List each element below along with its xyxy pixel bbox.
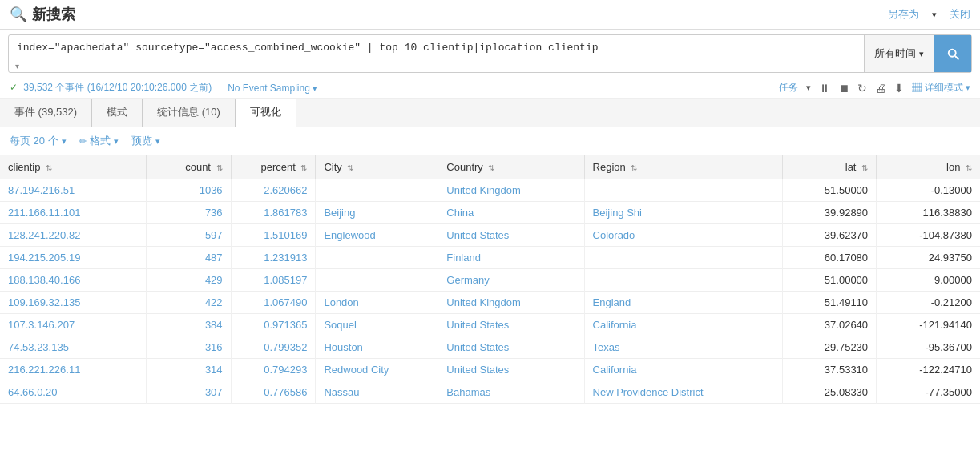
cell-lon: -121.94140: [877, 314, 980, 336]
time-picker[interactable]: 所有时间 ▾: [864, 35, 934, 72]
cell-count: 487: [146, 247, 231, 269]
cell-lat: 25.08330: [782, 381, 877, 404]
sort-icon: ⇅: [347, 163, 353, 172]
cell-clientip[interactable]: 188.138.40.166: [0, 269, 146, 292]
cell-country[interactable]: United States: [438, 224, 584, 247]
tab-events[interactable]: 事件 (39,532): [0, 99, 92, 127]
col-header-lat[interactable]: lat ⇅: [782, 155, 877, 179]
cell-clientip[interactable]: 194.215.205.19: [0, 247, 146, 269]
pause-icon[interactable]: ⏸: [819, 82, 830, 95]
cell-region: [584, 179, 782, 202]
cell-city[interactable]: Beijing: [316, 202, 438, 224]
cell-lon: -104.87380: [877, 224, 980, 247]
table-row: 87.194.216.51 1036 2.620662 United Kingd…: [0, 179, 980, 202]
cell-lon: -77.35000: [877, 381, 980, 404]
cell-clientip[interactable]: 109.169.32.135: [0, 292, 146, 314]
cell-city[interactable]: Nassau: [316, 381, 438, 404]
cell-country[interactable]: United States: [438, 336, 584, 359]
download-icon[interactable]: ⬇: [894, 82, 904, 95]
col-header-country[interactable]: Country ⇅: [438, 155, 584, 179]
cell-region[interactable]: Colorado: [584, 224, 782, 247]
cell-region[interactable]: California: [584, 359, 782, 381]
cell-country[interactable]: Bahamas: [438, 381, 584, 404]
col-header-clientip[interactable]: clientip ⇅: [0, 155, 146, 179]
cell-city[interactable]: Englewood: [316, 224, 438, 247]
cell-region[interactable]: England: [584, 292, 782, 314]
tab-visualization[interactable]: 可视化: [236, 99, 296, 127]
page-title-text: 新搜索: [32, 5, 75, 24]
cell-city[interactable]: Houston: [316, 336, 438, 359]
sort-icon: ⇅: [966, 163, 972, 172]
col-header-lon[interactable]: lon ⇅: [877, 155, 980, 179]
sort-icon: ⇅: [861, 163, 868, 172]
preview-selector[interactable]: 预览 ▾: [131, 134, 160, 148]
cell-country[interactable]: United States: [438, 314, 584, 336]
search-button-icon: [946, 46, 960, 61]
event-summary: ✓ 39,532 个事件 (16/12/10 20:10:26.000 之前) …: [0, 78, 980, 99]
table-row: 188.138.40.166 429 1.085197 Germany 51.0…: [0, 269, 980, 292]
per-page-chevron-icon: ▾: [62, 136, 67, 147]
cell-lat: 51.50000: [782, 179, 877, 202]
cell-region[interactable]: Texas: [584, 336, 782, 359]
cell-percent: 2.620662: [231, 179, 316, 202]
print-icon[interactable]: 🖨: [875, 82, 886, 95]
expand-icon[interactable]: ▾: [9, 60, 26, 72]
cell-country[interactable]: United Kingdom: [438, 292, 584, 314]
sampling-text: No Event Sampling: [228, 83, 310, 94]
cell-country[interactable]: United Kingdom: [438, 179, 584, 202]
per-page-selector[interactable]: 每页 20 个 ▾: [10, 134, 67, 148]
cell-count: 422: [146, 292, 231, 314]
sort-icon: ⇅: [631, 163, 637, 172]
col-header-count[interactable]: count ⇅: [146, 155, 231, 179]
no-sampling[interactable]: No Event Sampling ▾: [228, 83, 317, 94]
col-header-region[interactable]: Region ⇅: [584, 155, 782, 179]
col-header-city[interactable]: City ⇅: [316, 155, 438, 179]
cell-city[interactable]: Redwood City: [316, 359, 438, 381]
sampling-chevron-icon: ▾: [313, 83, 317, 93]
refresh-icon[interactable]: ↻: [857, 82, 867, 95]
preview-chevron-icon: ▾: [155, 136, 160, 147]
check-icon: ✓: [10, 82, 18, 93]
cell-region[interactable]: California: [584, 314, 782, 336]
cell-clientip[interactable]: 107.3.146.207: [0, 314, 146, 336]
cell-country[interactable]: China: [438, 202, 584, 224]
cell-count: 314: [146, 359, 231, 381]
cell-lon: -122.24710: [877, 359, 980, 381]
cell-clientip[interactable]: 211.166.11.101: [0, 202, 146, 224]
cell-clientip[interactable]: 216.221.226.11: [0, 359, 146, 381]
format-selector[interactable]: ✏ 格式 ▾: [79, 134, 119, 148]
tab-mode[interactable]: 模式: [92, 99, 143, 127]
cell-percent: 0.776586: [231, 381, 316, 404]
cell-country[interactable]: Germany: [438, 269, 584, 292]
cell-lat: 29.75230: [782, 336, 877, 359]
search-button[interactable]: [934, 35, 971, 72]
cell-clientip[interactable]: 128.241.220.82: [0, 224, 146, 247]
stop-icon[interactable]: ⏹: [838, 82, 849, 95]
tab-statistics[interactable]: 统计信息 (10): [143, 99, 236, 127]
save-as-link[interactable]: 另存为: [888, 7, 919, 22]
cell-clientip[interactable]: 74.53.23.135: [0, 336, 146, 359]
cell-country[interactable]: Finland: [438, 247, 584, 269]
cell-lat: 60.17080: [782, 247, 877, 269]
cell-count: 316: [146, 336, 231, 359]
cell-region[interactable]: New Providence District: [584, 381, 782, 404]
cell-count: 429: [146, 269, 231, 292]
search-input[interactable]: [9, 35, 864, 60]
cell-country[interactable]: United States: [438, 359, 584, 381]
task-chevron-icon: ▾: [806, 83, 811, 93]
cell-clientip[interactable]: 87.194.216.51: [0, 179, 146, 202]
table-row: 194.215.205.19 487 1.231913 Finland 60.1…: [0, 247, 980, 269]
task-link[interactable]: 任务: [779, 81, 798, 95]
page-title: 🔍 新搜索: [10, 5, 75, 24]
cell-clientip[interactable]: 64.66.0.20: [0, 381, 146, 404]
format-label: 格式: [90, 134, 111, 148]
close-link[interactable]: 关闭: [950, 7, 970, 22]
cell-percent: 1.067490: [231, 292, 316, 314]
search-icon-top: 🔍: [10, 6, 27, 23]
cell-percent: 1.861783: [231, 202, 316, 224]
col-header-percent[interactable]: percent ⇅: [231, 155, 316, 179]
cell-city[interactable]: Soquel: [316, 314, 438, 336]
detail-mode-link[interactable]: ▦ 详细模式 ▾: [912, 81, 970, 95]
cell-city[interactable]: London: [316, 292, 438, 314]
cell-region[interactable]: Beijing Shi: [584, 202, 782, 224]
